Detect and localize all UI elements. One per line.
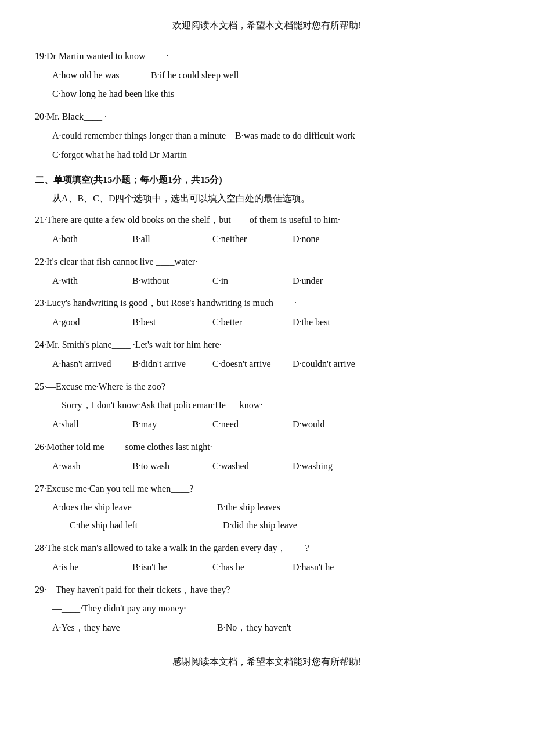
q28-option-b: B·isn't he (132, 559, 208, 576)
q20-options-row: A·could remember things longer than a mi… (52, 128, 499, 145)
q20-option-c: C·forgot what he had told Dr Martin (52, 147, 499, 164)
q29-option-a: A·Yes，they have (52, 620, 215, 636)
question-22: 22·It's clear that fish cannot live ____… (35, 254, 499, 290)
q24-option-b: B·didn't arrive (132, 356, 208, 373)
question-26: 26·Mother told me____ some clothes last … (35, 439, 499, 475)
q25-line1: 25·—Excuse me·Where is the zoo? (35, 379, 499, 395)
q28-text: 28·The sick man's allowed to take a walk… (35, 540, 499, 557)
q24-option-c: C·doesn't arrive (212, 356, 288, 373)
q25-options: A·shall B·may C·need D·would (52, 416, 499, 433)
q21-option-b: B·all (132, 231, 208, 248)
q28-option-d: D·hasn't he (293, 559, 368, 576)
q27-option-c: C·the ship had left (70, 517, 221, 534)
q21-option-c: C·neither (212, 231, 288, 248)
question-24: 24·Mr. Smith's plane____ ·Let's wait for… (35, 337, 499, 373)
q19-option-b: B·if he could sleep well (151, 67, 244, 84)
q29-line1: 29·—They haven't paid for their tickets，… (35, 582, 499, 599)
q27-text: 27·Excuse me·Can you tell me when____? (35, 481, 499, 498)
q27-options-row1: A·does the ship leave B·the ship leaves (52, 499, 499, 516)
q24-options: A·hasn't arrived B·didn't arrive C·doesn… (52, 356, 499, 373)
q25-option-c: C·need (212, 416, 288, 433)
q21-text: 21·There are quite a few old books on th… (35, 212, 499, 229)
question-20: 20·Mr. Black____ · A·could remember thin… (35, 109, 499, 163)
q25-option-d: D·would (293, 416, 368, 433)
q23-text: 23·Lucy's handwriting is good，but Rose's… (35, 295, 499, 312)
question-23: 23·Lucy's handwriting is good，but Rose's… (35, 295, 499, 331)
question-29: 29·—They haven't paid for their tickets，… (35, 582, 499, 636)
q23-options: A·good B·best C·better D·the best (52, 314, 499, 331)
q22-option-c: C·in (212, 273, 288, 290)
q29-line2: —____·They didn't pay any money· (52, 600, 499, 617)
question-21: 21·There are quite a few old books on th… (35, 212, 499, 248)
question-19: 19·Dr Martin wanted to know____ · A·how … (35, 48, 499, 103)
q26-options: A·wash B·to wash C·washed D·washing (52, 458, 499, 475)
header-text: 欢迎阅读本文档，希望本文档能对您有所帮助! (35, 17, 499, 34)
q28-option-a: A·is he (52, 559, 128, 576)
q20-option-a: A·could remember things longer than a mi… (52, 131, 355, 141)
q21-option-d: D·none (293, 231, 368, 248)
q28-option-c: C·has he (212, 559, 288, 576)
q27-option-b: B·the ship leaves (217, 499, 380, 516)
q22-options: A·with B·without C·in D·under (52, 273, 499, 290)
q26-option-d: D·washing (293, 458, 368, 475)
footer-text: 感谢阅读本文档，希望本文档能对您有所帮助! (35, 654, 499, 671)
section2-title: 二、单项填空(共15小题；每小题1分，共15分) (35, 172, 499, 189)
q27-options-row2: C·the ship had left D·did the ship leave (70, 517, 499, 534)
q21-options: A·both B·all C·neither D·none (52, 231, 499, 248)
section2-desc: 从A、B、C、D四个选项中，选出可以填入空白处的最佳选项。 (52, 190, 499, 207)
q19-options: A·how old he was B·if he could sleep wel… (52, 67, 499, 84)
question-27: 27·Excuse me·Can you tell me when____? A… (35, 481, 499, 534)
q22-text: 22·It's clear that fish cannot live ____… (35, 254, 499, 271)
q22-option-d: D·under (293, 273, 368, 290)
q23-option-a: A·good (52, 314, 128, 331)
q26-option-a: A·wash (52, 458, 128, 475)
q29-option-b: B·No，they haven't (217, 620, 380, 636)
q25-option-a: A·shall (52, 416, 128, 433)
q24-option-d: D·couldn't arrive (293, 356, 368, 373)
q26-option-b: B·to wash (132, 458, 208, 475)
q20-text: 20·Mr. Black____ · (35, 109, 499, 125)
q22-option-b: B·without (132, 273, 208, 290)
q19-option-a: A·how old he was (52, 67, 145, 84)
q23-option-c: C·better (212, 314, 288, 331)
q27-option-a: A·does the ship leave (52, 499, 215, 516)
question-28: 28·The sick man's allowed to take a walk… (35, 540, 499, 576)
q24-option-a: A·hasn't arrived (52, 356, 128, 373)
q27-option-d: D·did the ship leave (223, 517, 374, 534)
q25-line2: —Sorry，I don't know·Ask that policeman·H… (52, 397, 499, 414)
q23-option-d: D·the best (293, 314, 368, 331)
q19-option-c: C·how long he had been like this (52, 86, 499, 103)
q26-option-c: C·washed (212, 458, 288, 475)
q21-option-a: A·both (52, 231, 128, 248)
q29-options: A·Yes，they have B·No，they haven't (52, 620, 499, 636)
q26-text: 26·Mother told me____ some clothes last … (35, 439, 499, 456)
question-25: 25·—Excuse me·Where is the zoo? —Sorry，I… (35, 379, 499, 433)
q19-text: 19·Dr Martin wanted to know____ · (35, 48, 499, 65)
q22-option-a: A·with (52, 273, 128, 290)
q25-option-b: B·may (132, 416, 208, 433)
q24-text: 24·Mr. Smith's plane____ ·Let's wait for… (35, 337, 499, 354)
q23-option-b: B·best (132, 314, 208, 331)
q28-options: A·is he B·isn't he C·has he D·hasn't he (52, 559, 499, 576)
